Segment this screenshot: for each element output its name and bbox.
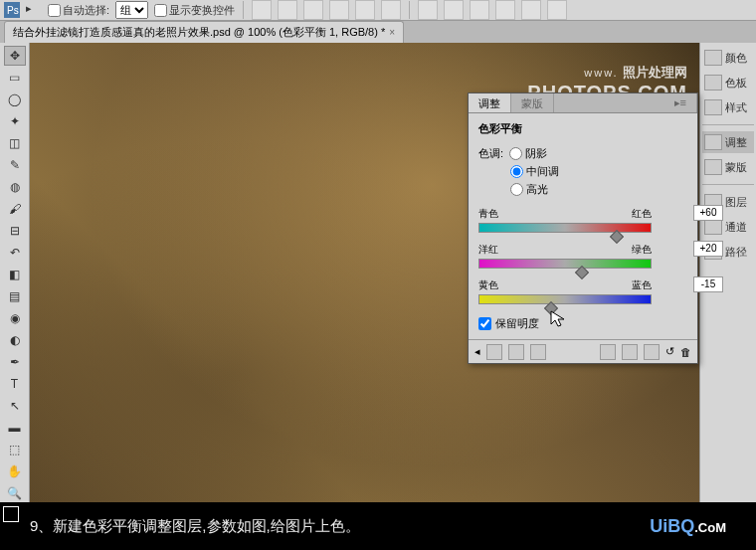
- auto-select-dropdown[interactable]: 组: [115, 1, 148, 19]
- heal-tool[interactable]: ◍: [4, 177, 26, 197]
- footer-btn-1[interactable]: [486, 344, 502, 360]
- type-tool[interactable]: T: [4, 374, 26, 394]
- marquee-tool[interactable]: ▭: [4, 68, 26, 88]
- dist-btn-1[interactable]: [418, 0, 438, 20]
- show-transform-checkbox[interactable]: 显示变换控件: [154, 3, 235, 18]
- eraser-tool[interactable]: ◧: [4, 265, 26, 284]
- document-tab[interactable]: 结合外挂滤镜打造质感逼真的老照片效果.psd @ 100% (色彩平衡 1, R…: [4, 21, 404, 43]
- move-tool-icon: ▸: [26, 2, 42, 18]
- visibility-icon[interactable]: [644, 344, 660, 360]
- cyan-red-value[interactable]: +60: [693, 205, 723, 221]
- dodge-tool[interactable]: ◐: [4, 330, 26, 350]
- eyedropper-tool[interactable]: ✎: [4, 155, 26, 175]
- footer-btn-2[interactable]: [508, 344, 524, 360]
- brush-tool[interactable]: 🖌: [4, 199, 26, 219]
- document-tab-bar: 结合外挂滤镜打造质感逼真的老照片效果.psd @ 100% (色彩平衡 1, R…: [0, 21, 756, 43]
- preserve-luminosity-checkbox[interactable]: 保留明度: [478, 316, 687, 331]
- adjustments-icon: [704, 134, 722, 150]
- align-btn-6[interactable]: [381, 0, 401, 20]
- dist-btn-4[interactable]: [495, 0, 515, 20]
- masks-icon: [704, 159, 722, 175]
- wand-tool[interactable]: ✦: [4, 111, 26, 131]
- align-btn-5[interactable]: [355, 0, 375, 20]
- yellow-label: 黄色: [478, 278, 498, 292]
- zoom-tool[interactable]: 🔍: [4, 483, 26, 503]
- panel-tabs: 调整 蒙版 ▸≡: [469, 93, 697, 113]
- channels-icon: [704, 219, 722, 235]
- tone-row: 色调: 阴影: [478, 146, 687, 161]
- align-btn-4[interactable]: [329, 0, 349, 20]
- cyan-red-slider[interactable]: [478, 223, 652, 233]
- panel-masks[interactable]: 蒙版: [702, 156, 754, 178]
- dist-btn-5[interactable]: [521, 0, 541, 20]
- cyan-label: 青色: [478, 207, 498, 221]
- radio-highlights[interactable]: 高光: [510, 182, 548, 197]
- magenta-green-value[interactable]: +20: [693, 241, 723, 257]
- dist-btn-3[interactable]: [470, 0, 489, 20]
- panel-menu-icon[interactable]: ▸≡: [664, 93, 697, 112]
- tutorial-caption: 9、新建色彩平衡调整图层,参数如图,给图片上色。 UiBQ.CoM: [0, 502, 756, 550]
- panel-separator: [702, 124, 754, 125]
- pen-tool[interactable]: ✒: [4, 352, 26, 372]
- swatches-icon: [704, 75, 722, 91]
- green-label: 绿色: [632, 243, 652, 257]
- align-btn-3[interactable]: [303, 0, 323, 20]
- slider-thumb[interactable]: [575, 266, 589, 279]
- panel-swatches[interactable]: 色板: [702, 72, 754, 93]
- blur-tool[interactable]: ◉: [4, 308, 26, 328]
- slider-thumb[interactable]: [610, 230, 624, 244]
- ps-icon[interactable]: Ps: [4, 2, 20, 18]
- magenta-green-slider[interactable]: [478, 259, 652, 269]
- 3d-tool[interactable]: ⬚: [4, 440, 26, 459]
- align-btn-1[interactable]: [252, 0, 272, 20]
- radio-midtones[interactable]: 中间调: [510, 164, 559, 179]
- document-tab-title: 结合外挂滤镜打造质感逼真的老照片效果.psd @ 100% (色彩平衡 1, R…: [13, 25, 385, 40]
- footer-btn-3[interactable]: [530, 344, 546, 360]
- lasso-tool[interactable]: ◯: [4, 90, 26, 109]
- align-btn-2[interactable]: [278, 0, 297, 20]
- stamp-tool[interactable]: ⊟: [4, 221, 26, 241]
- yellow-blue-value[interactable]: -15: [693, 276, 723, 292]
- magenta-label: 洋红: [478, 243, 498, 257]
- slider-thumb[interactable]: [544, 301, 558, 315]
- site-logo: UiBQ.CoM: [650, 516, 726, 537]
- blue-label: 蓝色: [632, 278, 652, 292]
- close-icon[interactable]: ×: [389, 27, 395, 38]
- shape-tool[interactable]: ▬: [4, 418, 26, 438]
- tone-label: 色调:: [478, 146, 503, 161]
- tab-adjustments[interactable]: 调整: [469, 93, 511, 112]
- clip-icon[interactable]: [622, 344, 638, 360]
- adjustment-title: 色彩平衡: [478, 121, 687, 136]
- gradient-tool[interactable]: ▤: [4, 286, 26, 306]
- move-tool[interactable]: ✥: [4, 46, 26, 66]
- dist-btn-2[interactable]: [444, 0, 464, 20]
- dist-btn-6[interactable]: [547, 0, 567, 20]
- panel-separator: [702, 184, 754, 185]
- yellow-blue-slider[interactable]: [478, 294, 652, 304]
- history-brush-tool[interactable]: ↶: [4, 243, 26, 263]
- red-label: 红色: [632, 207, 652, 221]
- crop-tool[interactable]: ◫: [4, 133, 26, 153]
- separator: [409, 1, 410, 19]
- trash-icon[interactable]: 🗑: [680, 346, 691, 358]
- foreground-color[interactable]: [3, 506, 19, 522]
- options-bar: Ps ▸ 自动选择: 组 显示变换控件: [0, 0, 756, 21]
- radio-shadows[interactable]: 阴影: [509, 146, 547, 161]
- styles-icon: [704, 99, 722, 115]
- path-tool[interactable]: ↖: [4, 396, 26, 416]
- auto-select-label: 自动选择:: [63, 3, 109, 18]
- back-icon[interactable]: ◂: [474, 345, 480, 358]
- auto-select-checkbox[interactable]: 自动选择:: [48, 3, 109, 18]
- cyan-red-slider-row: 青色红色 +60: [478, 207, 687, 233]
- footer-btn-4[interactable]: [600, 344, 616, 360]
- toolbox: ✥ ▭ ◯ ✦ ◫ ✎ ◍ 🖌 ⊟ ↶ ◧ ▤ ◉ ◐ ✒ T ↖ ▬ ⬚ ✋ …: [0, 43, 30, 534]
- color-balance-panel: 调整 蒙版 ▸≡ 色彩平衡 色调: 阴影 中间调 高光 青色红色 +60 洋红绿…: [468, 92, 698, 364]
- hand-tool[interactable]: ✋: [4, 461, 26, 481]
- tab-masks[interactable]: 蒙版: [511, 93, 554, 112]
- reset-icon[interactable]: ↺: [665, 345, 674, 358]
- panel-body: 色彩平衡 色调: 阴影 中间调 高光 青色红色 +60 洋红绿色 +20 黄色蓝…: [469, 113, 697, 339]
- panel-color[interactable]: 颜色: [702, 47, 754, 69]
- caption-text: 9、新建色彩平衡调整图层,参数如图,给图片上色。: [30, 517, 360, 536]
- panel-styles[interactable]: 样式: [702, 96, 754, 118]
- panel-adjustments[interactable]: 调整: [702, 131, 754, 153]
